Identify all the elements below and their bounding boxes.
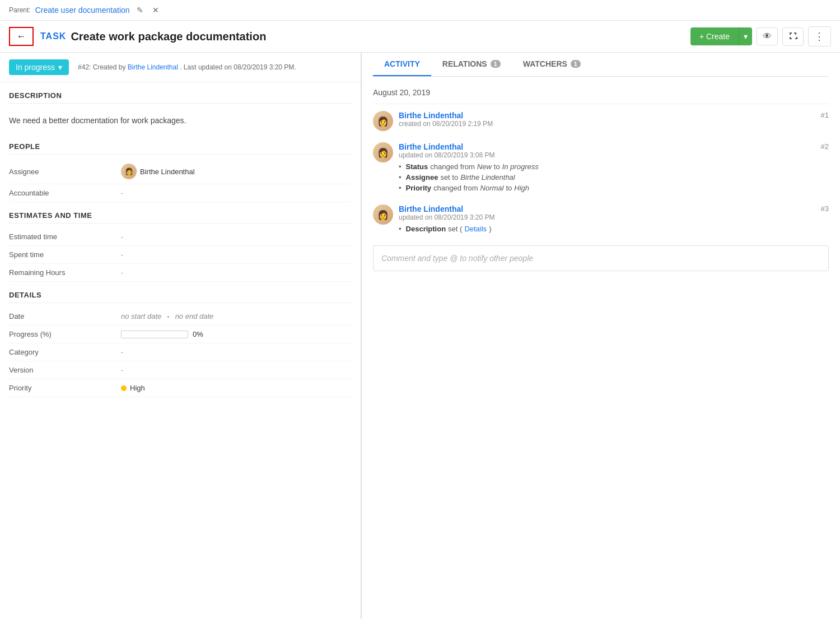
activity-item-3: 👩 Birthe Lindenthal updated on 08/20/201… [373, 204, 829, 234]
activity-time-1: created on 08/20/2019 2:19 PM [399, 120, 493, 128]
assignee-name: Birthe Lindenthal [140, 168, 195, 176]
activity-item-1: 👩 Birthe Lindenthal created on 08/20/201… [373, 111, 829, 131]
progress-row: Progress (%) 0% [9, 325, 352, 343]
remaining-hours-label: Remaining Hours [9, 268, 121, 277]
tab-relations[interactable]: RELATIONS 1 [431, 53, 512, 76]
activity-content-3: Birthe Lindenthal updated on 08/20/2019 … [399, 204, 829, 234]
estimates-section: ESTIMATES AND TIME Estimated time - Spen… [0, 202, 361, 282]
change-priority-to: High [514, 184, 529, 192]
assignee-value: 👩 Birthe Lindenthal [121, 164, 352, 179]
tab-watchers[interactable]: WATCHERS 1 [512, 53, 592, 76]
category-row: Category - [9, 343, 352, 361]
activity-header-3: Birthe Lindenthal updated on 08/20/2019 … [399, 204, 829, 221]
status-button[interactable]: In progress ▾ [9, 59, 69, 75]
date-end: no end date [175, 312, 214, 320]
details-title: DETAILS [9, 291, 352, 303]
page-header: ← TASK Create work package documentation… [0, 21, 840, 53]
create-dropdown-button[interactable]: ▾ [739, 27, 752, 45]
change-status: Status changed from New to In progress [399, 161, 829, 172]
assignee-label: Assignee [9, 168, 121, 176]
header-actions: + Create ▾ 👁 ⋮ [690, 26, 831, 46]
activity-user-3[interactable]: Birthe Lindenthal [399, 204, 463, 213]
change-status-from: New [477, 162, 492, 171]
meta-prefix: #42: Created by [78, 63, 128, 71]
assignee-row: Assignee 👩 Birthe Lindenthal [9, 159, 352, 184]
tab-watchers-label: WATCHERS [523, 59, 567, 68]
accountable-value: - [121, 189, 352, 197]
create-button[interactable]: + Create [690, 27, 739, 45]
tabs-bar: ACTIVITY RELATIONS 1 WATCHERS 1 [373, 53, 829, 77]
activity-avatar-3: 👩 [373, 204, 393, 225]
estimates-title: ESTIMATES AND TIME [9, 211, 352, 224]
date-label: Date [9, 312, 121, 320]
spent-time-label: Spent time [9, 250, 121, 259]
creator-link[interactable]: Birthe Lindenthal [128, 63, 178, 71]
estimated-time-value: - [121, 232, 352, 241]
description-section: DESCRIPTION We need a better docmentatio… [0, 82, 361, 133]
people-title: PEOPLE [9, 142, 352, 155]
date-row: Date no start date - no end date [9, 308, 352, 325]
activity-avatar-2: 👩 [373, 142, 393, 162]
activity-time-2: updated on 08/20/2019 3:08 PM [399, 151, 494, 159]
estimated-time-label: Estimated time [9, 232, 121, 241]
remove-parent-button[interactable]: ✕ [150, 4, 161, 16]
accountable-label: Accountable [9, 189, 121, 197]
right-panel: ACTIVITY RELATIONS 1 WATCHERS 1 August 2… [362, 53, 840, 619]
version-row: Version - [9, 361, 352, 379]
progress-value: 0% [121, 330, 352, 338]
spent-time-value: - [121, 250, 352, 259]
priority-row: Priority High [9, 379, 352, 397]
activity-user-1[interactable]: Birthe Lindenthal [399, 111, 463, 120]
activity-changes-2: Status changed from New to In progress A… [399, 161, 829, 193]
date-separator: - [167, 312, 169, 320]
date-start: no start date [121, 312, 161, 320]
activity-num-3: #3 [821, 204, 829, 213]
progress-label: Progress (%) [9, 330, 121, 338]
comment-input[interactable]: Comment and type @ to notify other peopl… [373, 245, 829, 271]
change-status-to: In progress [502, 162, 539, 171]
watchers-badge: 1 [571, 60, 581, 68]
task-type-badge: TASK [40, 31, 66, 41]
left-panel: In progress ▾ #42: Created by Birthe Lin… [0, 53, 361, 619]
progress-bar-container: 0% [121, 330, 203, 338]
activity-date: August 20, 2019 [373, 83, 829, 104]
category-value: - [121, 348, 352, 356]
expand-icon [788, 31, 797, 40]
activity-num-1: #1 [821, 111, 829, 119]
expand-button[interactable] [782, 27, 804, 46]
description-details-link[interactable]: Details [464, 225, 487, 233]
progress-bar-track [121, 331, 188, 338]
remaining-hours-row: Remaining Hours - [9, 264, 352, 282]
edit-parent-button[interactable]: ✎ [134, 4, 146, 16]
tab-relations-label: RELATIONS [442, 59, 487, 68]
activity-header-1: Birthe Lindenthal created on 08/20/2019 … [399, 111, 829, 128]
assignee-avatar: 👩 [121, 164, 137, 179]
activity-time-3: updated on 08/20/2019 3:20 PM [399, 213, 494, 221]
activity-avatar-1: 👩 [373, 111, 393, 131]
main-content: In progress ▾ #42: Created by Birthe Lin… [0, 53, 840, 619]
priority-value: High [121, 384, 352, 392]
status-arrow-icon: ▾ [58, 63, 62, 72]
top-bar: Parent: Create user documentation ✎ ✕ [0, 0, 840, 21]
status-label: In progress [16, 63, 55, 72]
parent-link[interactable]: Create user documentation [35, 6, 130, 15]
relations-badge: 1 [491, 60, 501, 68]
eye-button[interactable]: 👁 [757, 27, 778, 45]
estimated-time-row: Estimated time - [9, 228, 352, 246]
change-status-field: Status [406, 162, 428, 171]
change-description: Description set ( Details ) [399, 224, 829, 234]
remaining-hours-value: - [121, 268, 352, 277]
more-options-button[interactable]: ⋮ [808, 26, 831, 46]
back-button[interactable]: ← [9, 27, 34, 46]
progress-percent: 0% [193, 330, 203, 338]
parent-label: Parent: [9, 6, 31, 14]
version-value: - [121, 366, 352, 374]
change-priority: Priority changed from Normal to High [399, 183, 829, 193]
people-section: PEOPLE Assignee 👩 Birthe Lindenthal Acco… [0, 133, 361, 202]
activity-content-2: Birthe Lindenthal updated on 08/20/2019 … [399, 142, 829, 193]
description-title: DESCRIPTION [9, 91, 352, 104]
change-priority-from: Normal [480, 184, 504, 192]
tab-activity[interactable]: ACTIVITY [373, 53, 431, 76]
priority-label: Priority [9, 384, 121, 392]
activity-user-2[interactable]: Birthe Lindenthal [399, 142, 463, 151]
